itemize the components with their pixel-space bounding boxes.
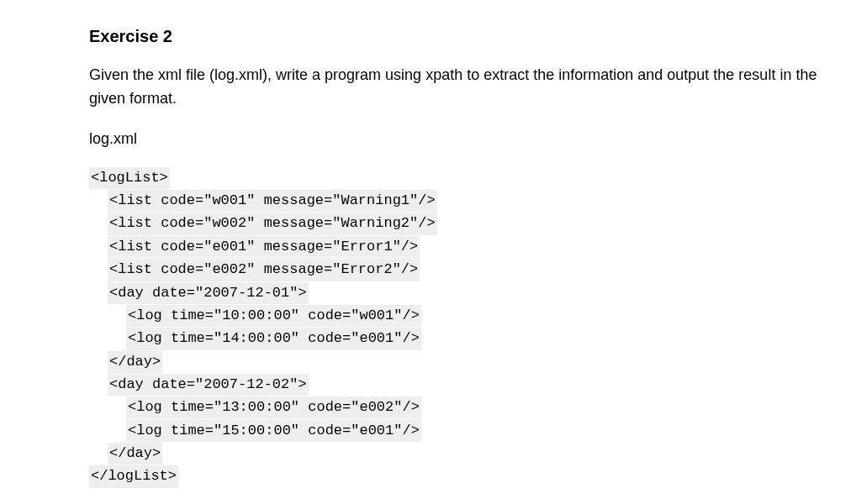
code-block: <logList><list code="w001" message="Warn… xyxy=(89,167,846,489)
code-line: <log time="15:00:00" code="e001"/> xyxy=(126,420,421,442)
filename-label: log.xml xyxy=(89,128,846,150)
code-line: <log time="10:00:00" code="w001"/> xyxy=(126,305,421,327)
code-line: <day date="2007-12-02"> xyxy=(108,374,309,396)
code-line: <list code="e001" message="Error1"/> xyxy=(108,236,420,258)
code-line: <list code="w002" message="Warning2"/> xyxy=(108,213,437,234)
code-line: <list code="e002" message="Error2"/> xyxy=(108,259,420,281)
code-line: </logList> xyxy=(89,465,178,487)
exercise-heading: Exercise 2 xyxy=(89,24,846,49)
code-line: <day date="2007-12-01"> xyxy=(108,282,309,304)
code-line: <logList> xyxy=(89,167,170,189)
code-line: <log time="13:00:00" code="e002"/> xyxy=(126,396,421,418)
code-line: </day> xyxy=(108,351,162,373)
code-line: <list code="w001" message="Warning1"/> xyxy=(108,190,437,212)
code-line: </day> xyxy=(108,443,162,465)
exercise-description: Given the xml file (log.xml), write a pr… xyxy=(89,64,846,111)
exercise-document: Exercise 2 Given the xml file (log.xml),… xyxy=(0,24,861,489)
code-line: <log time="14:00:00" code="e001"/> xyxy=(126,328,421,349)
